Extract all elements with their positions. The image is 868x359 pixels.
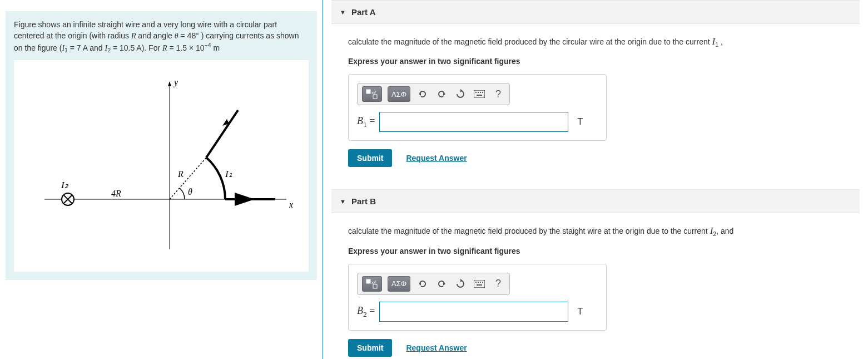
svg-rect-21 (477, 95, 482, 96)
undo-icon[interactable] (416, 277, 429, 291)
problem-box: Figure shows an infinite straight wire a… (6, 11, 317, 280)
keyboard-icon[interactable] (473, 87, 486, 101)
part-b-answer-row: B2 = T (357, 302, 598, 322)
left-panel: Figure shows an infinite straight wire a… (0, 0, 323, 359)
greek-button[interactable]: ΑΣΦ (388, 276, 410, 292)
part-a-header[interactable]: ▼ Part A (331, 0, 860, 24)
svg-rect-20 (482, 92, 483, 93)
part-a-answer-box: x√ ΑΣΦ ? (348, 74, 607, 141)
svg-rect-33 (477, 284, 482, 286)
y-axis-label: y (173, 77, 178, 87)
part-a-question: calculate the magnitude of the magnetic … (348, 35, 843, 48)
svg-rect-30 (478, 282, 479, 283)
svg-rect-29 (475, 282, 477, 283)
svg-rect-28 (474, 280, 485, 288)
part-b: ▼ Part B calculate the magnitude of the … (331, 189, 860, 359)
redo-icon[interactable] (435, 87, 448, 101)
theta-label: θ (188, 187, 192, 196)
equation-toolbar: x√ ΑΣΦ ? (357, 273, 510, 295)
part-a-submit-button[interactable]: Submit (348, 149, 392, 167)
keyboard-icon[interactable] (473, 277, 486, 291)
part-a-answer-row: B1 = T (357, 112, 598, 132)
svg-line-7 (206, 110, 238, 158)
part-b-title: Part B (351, 196, 376, 206)
chevron-down-icon: ▼ (340, 9, 346, 16)
part-b-unit: T (577, 307, 583, 317)
reset-icon[interactable] (454, 87, 467, 101)
problem-statement: Figure shows an infinite straight wire a… (14, 19, 309, 55)
i2-label: I₂ (61, 180, 69, 190)
part-b-answer-input[interactable] (379, 302, 568, 322)
templates-button[interactable]: x√ (362, 86, 382, 102)
part-b-submit-button[interactable]: Submit (348, 339, 392, 357)
svg-rect-32 (482, 282, 483, 283)
equation-toolbar: x√ ΑΣΦ ? (357, 83, 510, 105)
part-a-actions: Submit Request Answer (348, 149, 843, 167)
part-b-request-answer-link[interactable]: Request Answer (406, 343, 467, 352)
part-a-body: calculate the magnitude of the magnetic … (331, 24, 860, 178)
templates-button[interactable]: x√ (362, 276, 382, 292)
chevron-down-icon: ▼ (340, 198, 346, 205)
svg-rect-22 (366, 279, 370, 283)
part-b-answer-box: x√ ΑΣΦ ? (348, 264, 607, 331)
svg-rect-16 (474, 90, 485, 98)
redo-icon[interactable] (435, 277, 448, 291)
part-a-request-answer-link[interactable]: Request Answer (406, 154, 467, 163)
b2-label: B2 = (357, 305, 375, 319)
part-b-instruction: Express your answer in two significant f… (348, 247, 843, 255)
part-a: ▼ Part A calculate the magnitude of the … (331, 0, 860, 178)
distance-4r-label: 4R (111, 189, 121, 198)
part-b-body: calculate the magnitude of the magnetic … (331, 213, 860, 359)
right-panel: ▼ Part A calculate the magnitude of the … (323, 0, 868, 359)
svg-rect-12 (373, 95, 377, 99)
greek-button[interactable]: ΑΣΦ (388, 86, 410, 102)
physics-diagram: y x I₂ 4R R I₁ (28, 71, 295, 260)
radius-label: R (177, 169, 183, 179)
help-icon[interactable]: ? (492, 277, 505, 291)
part-a-instruction: Express your answer in two significant f… (348, 57, 843, 66)
x-axis-label: x (289, 200, 293, 209)
part-b-actions: Submit Request Answer (348, 339, 843, 357)
part-b-header[interactable]: ▼ Part B (331, 189, 860, 213)
b1-label: B1 = (357, 115, 375, 129)
part-a-unit: T (577, 117, 583, 127)
undo-icon[interactable] (416, 87, 429, 101)
svg-rect-18 (478, 92, 479, 93)
part-a-title: Part A (351, 7, 376, 17)
svg-rect-10 (366, 90, 370, 94)
i1-label: I₁ (225, 169, 232, 179)
part-a-answer-input[interactable] (379, 112, 568, 132)
help-icon[interactable]: ? (492, 87, 505, 101)
svg-rect-24 (373, 284, 377, 288)
svg-rect-19 (480, 92, 481, 93)
svg-rect-31 (480, 282, 481, 283)
reset-icon[interactable] (454, 277, 467, 291)
figure: y x I₂ 4R R I₁ (14, 60, 309, 272)
part-b-question: calculate the magnitude of the magnetic … (348, 224, 843, 238)
svg-rect-17 (475, 92, 477, 93)
